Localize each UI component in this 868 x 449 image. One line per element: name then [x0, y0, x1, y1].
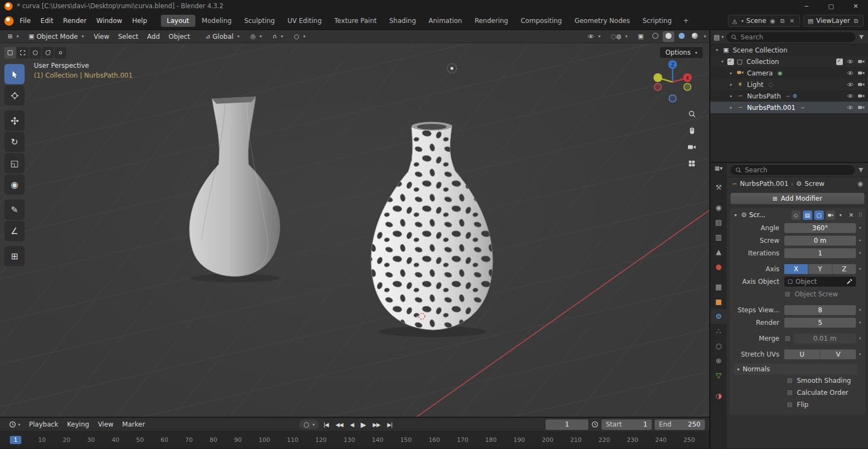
outliner-scene-collection-row[interactable]: ▾ ▣ Scene Collection — [710, 44, 868, 56]
zoom-icon[interactable] — [688, 110, 696, 118]
workspace-tab[interactable]: Modeling — [196, 15, 238, 27]
viewport-menu-item[interactable]: Select — [114, 32, 143, 42]
new-view-layer-button[interactable]: ⧉ — [853, 18, 859, 25]
shading-wireframe-button[interactable] — [650, 31, 661, 42]
eyedropper-icon[interactable] — [846, 278, 853, 285]
tab-view-layer-icon[interactable]: ▥ — [710, 230, 727, 244]
ortho-grid-icon[interactable] — [688, 160, 696, 167]
viewport-menu-item[interactable]: View — [89, 32, 113, 42]
frame-tick-label[interactable]: 50 — [136, 436, 144, 444]
app-menu-item[interactable]: Window — [91, 15, 127, 27]
outliner-search-input[interactable]: Search — [726, 32, 855, 42]
axis-object-field[interactable]: ▢ Object — [784, 277, 856, 287]
timeline-menu-item[interactable]: Marker — [118, 419, 149, 430]
new-scene-button[interactable]: ⧉ — [779, 18, 786, 25]
outliner-camera-row[interactable]: ▸ Camera ◉ — [710, 67, 868, 79]
workspace-tab[interactable]: Texture Paint — [328, 15, 383, 27]
tab-scene-icon[interactable]: ▲ — [710, 244, 727, 259]
add-modifier-button[interactable]: ⊞Add Modifier — [730, 193, 865, 205]
prev-keyframe-button[interactable]: ◀◀ — [333, 421, 345, 429]
frame-tick-label[interactable]: 10 — [38, 436, 46, 444]
drag-handle-icon[interactable]: ⠿ — [858, 212, 863, 219]
collection-render-camera-icon[interactable] — [858, 58, 865, 65]
measure-tool[interactable]: ∠ — [4, 221, 25, 241]
frame-tick-label[interactable]: 20 — [63, 436, 71, 444]
modifier-header[interactable]: ▾ ⚙ Scr... ◇ ▤ ▢ ▾ ✕ ⠿ — [730, 208, 865, 221]
merge-distance-field[interactable]: 0.01 m — [794, 334, 856, 343]
scale-tool[interactable]: ◱ — [4, 153, 25, 173]
select-mode-circle-button[interactable] — [30, 47, 41, 59]
option-checkbox[interactable] — [786, 377, 793, 384]
show-on-cage-toggle[interactable]: ◇ — [791, 211, 801, 220]
frame-tick-label[interactable]: 220 — [599, 436, 610, 444]
workspace-tab[interactable]: Geometry Nodes — [569, 15, 636, 27]
outliner-nurbspath-row[interactable]: ▸ ∽ NurbsPath ∽ ⚙ — [710, 90, 868, 102]
axis-option-button[interactable]: Y — [808, 264, 832, 274]
axis-option-button[interactable]: Z — [832, 264, 856, 274]
nurbspath001-render-icon[interactable] — [858, 104, 865, 111]
tab-collection-icon[interactable]: ▦ — [710, 279, 727, 294]
shading-rendered-button[interactable] — [689, 31, 701, 42]
navigation-gizmo[interactable]: Z X — [648, 57, 697, 107]
light-hide-eye-icon[interactable] — [847, 81, 854, 88]
animate-dot-icon[interactable] — [856, 309, 864, 311]
frame-tick-label[interactable]: 140 — [372, 436, 384, 444]
animate-dot-icon[interactable] — [856, 240, 864, 241]
animate-dot-icon[interactable] — [856, 268, 864, 270]
transform-orientation-selector[interactable]: ⊿Global▾ — [201, 32, 244, 42]
animate-dot-icon[interactable] — [856, 337, 864, 339]
viewport-menu-item[interactable]: Add — [143, 32, 164, 42]
properties-editor-icon[interactable]: ▦▾ — [715, 165, 722, 171]
outliner-collection-row[interactable]: ▾ ▢ Collection — [710, 56, 868, 67]
frame-tick-label[interactable]: 190 — [513, 436, 525, 444]
pivot-point-selector[interactable]: ◎▾ — [246, 32, 267, 41]
number-field[interactable]: 360° — [784, 223, 856, 233]
nurbspath-hide-eye-icon[interactable] — [847, 92, 854, 100]
camera-view-icon[interactable] — [687, 143, 696, 151]
maximize-button[interactable]: ▢ — [819, 0, 843, 12]
tab-object-icon[interactable]: ■ — [710, 294, 727, 309]
frame-tick-label[interactable]: 230 — [627, 436, 638, 444]
camera-render-icon[interactable] — [858, 69, 865, 77]
xray-toggle[interactable]: ▣ — [634, 32, 648, 41]
auto-keying-toggle[interactable]: ○▾ — [299, 419, 319, 429]
app-menu-item[interactable]: Render — [58, 15, 91, 27]
properties-filter-icon[interactable] — [858, 167, 864, 173]
timeline-editor-type-button[interactable]: ▾ — [4, 419, 25, 430]
frame-tick-label[interactable]: 250 — [684, 436, 695, 444]
frame-tick-label[interactable]: 60 — [161, 436, 169, 444]
frame-tick-label[interactable]: 210 — [570, 436, 582, 444]
outliner-editor-icon[interactable]: ▤▾ — [714, 33, 724, 41]
workspace-tab[interactable]: UV Editing — [281, 15, 328, 27]
tab-output-icon[interactable]: ▤ — [710, 215, 727, 230]
nurbspath001-hide-eye-icon[interactable] — [847, 104, 854, 111]
proportional-editing-toggle[interactable]: ○▾ — [290, 32, 310, 41]
pin-id-icon[interactable]: ◉ — [858, 180, 863, 188]
expand-chevron-icon[interactable]: ▾ — [732, 213, 739, 218]
annotate-tool[interactable]: ✎ — [4, 200, 25, 220]
merge-checkbox[interactable] — [784, 335, 791, 342]
add-cube-tool[interactable]: ⊞ — [4, 246, 25, 266]
tab-constraints-icon[interactable]: ⊗ — [710, 353, 727, 368]
tab-render-icon[interactable]: ◉ — [710, 200, 727, 215]
option-checkbox[interactable] — [786, 401, 793, 408]
select-mode-tweak-button[interactable] — [4, 47, 16, 59]
show-in-render-toggle[interactable] — [826, 211, 835, 220]
outliner-light-row[interactable]: ▸ ☀ Light ◌ — [710, 79, 868, 90]
tab-material-icon[interactable]: ◑ — [710, 388, 727, 403]
workspace-tab[interactable]: Layout — [161, 15, 195, 27]
show-in-editmode-toggle[interactable]: ▤ — [803, 211, 812, 220]
frame-tick-label[interactable]: 160 — [429, 436, 440, 444]
animate-dot-icon[interactable] — [856, 353, 864, 355]
timeline-menu-item[interactable]: View — [94, 419, 118, 430]
delete-modifier-button[interactable]: ✕ — [847, 212, 855, 219]
frame-tick-label[interactable]: 120 — [315, 436, 327, 444]
animate-dot-icon[interactable] — [856, 252, 864, 254]
tab-world-icon[interactable]: ● — [710, 259, 727, 274]
select-mode-box-button[interactable] — [17, 47, 28, 59]
stretch-uv-button[interactable]: V — [820, 349, 856, 359]
frame-tick-label[interactable]: 240 — [655, 436, 667, 444]
steps-viewport-field[interactable]: 8 — [784, 305, 856, 315]
tab-object-data-icon[interactable]: ▽ — [710, 368, 727, 383]
viewport-3d[interactable]: User Perspective (1) Collection | NurbsP… — [0, 43, 709, 417]
